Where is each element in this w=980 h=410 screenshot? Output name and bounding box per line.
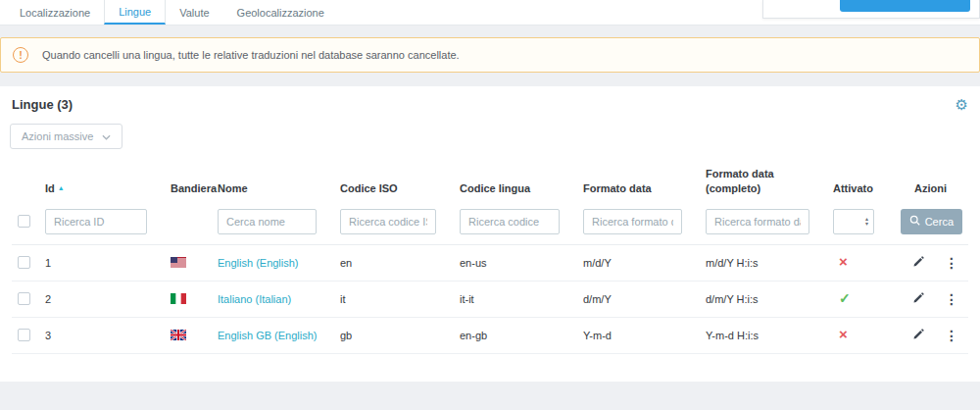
row-date-cell: Y-m-d — [577, 317, 700, 353]
sort-asc-icon: ▲ — [58, 184, 65, 191]
row-code-cell: it-it — [454, 281, 577, 317]
chevron-down-icon — [102, 130, 111, 142]
row-id-cell: 3 — [39, 317, 165, 353]
row-iso-cell: gb — [334, 317, 454, 353]
search-button-label: Cerca — [925, 216, 954, 228]
gb-flag-icon — [171, 330, 206, 340]
table-row: 2 Italiano (Italian) it it-it d/m/Y d/m/… — [12, 281, 968, 317]
column-header-codice-lingua: Codice lingua — [454, 161, 577, 205]
tab-localizzazione[interactable]: Localizzazione — [6, 0, 104, 25]
header-row: Id▲ Bandiera Nome Codice ISO Codice ling… — [12, 161, 968, 205]
top-tab-bar: Localizzazione Lingue Valute Geolocalizz… — [0, 0, 980, 26]
column-header-id[interactable]: Id▲ — [39, 161, 165, 205]
column-header-azioni: Azioni — [906, 161, 968, 205]
select-all-checkbox[interactable] — [18, 215, 30, 228]
row-code-cell: en-us — [454, 244, 577, 281]
tab-valute[interactable]: Valute — [166, 0, 222, 25]
row-code-cell: en-gb — [454, 317, 577, 353]
row-iso-cell: it — [334, 281, 454, 317]
warning-banner: ! Quando cancelli una lingua, tutte le r… — [0, 37, 980, 73]
edit-icon[interactable] — [912, 292, 924, 306]
column-header-codice-iso: Codice ISO — [334, 161, 454, 205]
languages-table: Id▲ Bandiera Nome Codice ISO Codice ling… — [12, 161, 968, 354]
column-header-formato-data: Formato data — [577, 161, 700, 205]
edit-icon[interactable] — [912, 256, 924, 270]
row-date-cell: m/d/Y — [577, 244, 700, 281]
tab-lingue[interactable]: Lingue — [104, 0, 166, 25]
primary-action-button-partial[interactable] — [840, 0, 970, 12]
search-icon — [909, 215, 920, 228]
table-row: 3 English GB (English) gb en-gb Y-m-d Y-… — [12, 317, 968, 353]
it-flag-icon — [171, 293, 206, 304]
language-name-link[interactable]: English GB (English) — [218, 330, 318, 341]
inactive-cross-icon: × — [833, 256, 848, 268]
filter-date-input[interactable] — [583, 209, 682, 234]
language-name-link[interactable]: Italiano (Italian) — [218, 293, 291, 305]
active-filter-select[interactable]: ▴▾ — [833, 209, 874, 234]
row-date-full-cell: d/m/Y H:i:s — [700, 281, 827, 317]
inactive-cross-icon: × — [833, 329, 848, 340]
select-arrows-icon: ▴▾ — [865, 217, 868, 227]
header-checkbox-col — [12, 161, 39, 205]
table-row: 1 English (English) en en-us m/d/Y m/d/Y… — [12, 244, 968, 281]
warning-icon: ! — [13, 47, 28, 63]
warning-message: Quando cancelli una lingua, tutte le rel… — [42, 49, 460, 61]
language-name-link[interactable]: English (English) — [218, 257, 299, 269]
row-iso-cell: en — [334, 244, 454, 281]
gear-icon[interactable]: ⚙ — [956, 97, 968, 112]
row-checkbox[interactable] — [18, 329, 30, 341]
row-date-full-cell: m/d/Y H:i:s — [700, 244, 827, 281]
bulk-actions-label: Azioni massive — [22, 130, 93, 142]
row-date-full-cell: Y-m-d H:i:s — [700, 317, 827, 353]
filter-name-input[interactable] — [218, 209, 317, 234]
edit-icon[interactable] — [912, 329, 924, 342]
column-header-formato-data-completo: Formato data (completo) — [700, 161, 827, 205]
column-header-nome: Nome — [212, 161, 334, 205]
row-id-cell: 1 — [39, 244, 165, 281]
row-id-cell: 2 — [39, 281, 165, 317]
row-date-cell: d/m/Y — [577, 281, 700, 317]
column-header-bandiera: Bandiera — [165, 161, 212, 205]
language-rows: 1 English (English) en en-us m/d/Y m/d/Y… — [12, 244, 968, 353]
row-checkbox[interactable] — [18, 256, 30, 269]
tab-geolocalizzazione[interactable]: Geolocalizzazione — [223, 0, 338, 25]
filter-id-input[interactable] — [45, 209, 147, 234]
languages-panel: Lingue (3) ⚙ Azioni massive Id▲ Bandiera… — [0, 86, 980, 382]
row-checkbox[interactable] — [18, 292, 30, 305]
filter-code-input[interactable] — [460, 209, 560, 234]
us-flag-icon — [171, 257, 206, 268]
bulk-actions-button[interactable]: Azioni massive — [10, 124, 122, 149]
filter-iso-input[interactable] — [340, 209, 436, 234]
more-actions-icon[interactable]: ⋮ — [945, 328, 958, 343]
header-panel-partial — [762, 0, 980, 19]
panel-header: Lingue (3) ⚙ — [0, 86, 980, 120]
active-check-icon: ✓ — [833, 292, 851, 304]
filter-row: ▴▾ Cerca — [12, 205, 968, 245]
more-actions-icon[interactable]: ⋮ — [945, 255, 958, 271]
search-button[interactable]: Cerca — [901, 209, 962, 234]
more-actions-icon[interactable]: ⋮ — [945, 291, 958, 307]
column-header-attivato: Attivato — [827, 161, 906, 205]
panel-title: Lingue (3) — [12, 97, 73, 112]
filter-date-full-input[interactable] — [706, 209, 809, 234]
